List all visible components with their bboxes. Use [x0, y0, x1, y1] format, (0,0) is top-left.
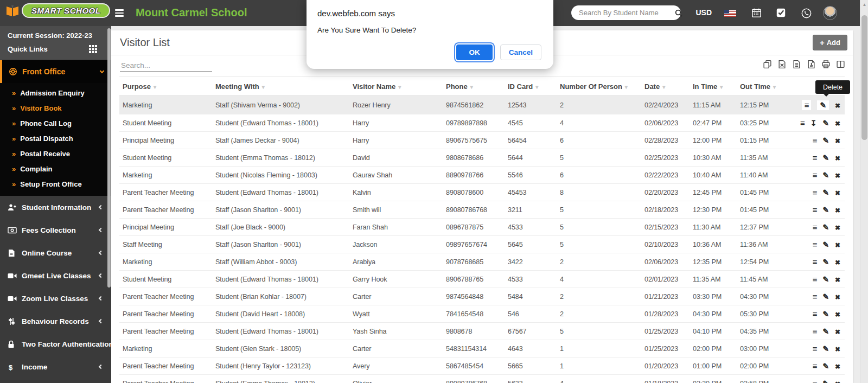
- edit-icon[interactable]: ✎: [822, 362, 829, 371]
- table-row[interactable]: Parent Teacher Meeting Staff (Jason Shar…: [119, 201, 845, 219]
- submenu-item[interactable]: » Phone Call Log: [0, 116, 111, 131]
- delete-icon[interactable]: ✖: [835, 346, 840, 353]
- edit-icon[interactable]: ✎: [822, 188, 829, 197]
- delete-icon[interactable]: ✖: [835, 207, 840, 214]
- delete-icon[interactable]: ✖: [835, 380, 840, 383]
- quick-links[interactable]: Quick Links: [8, 45, 104, 53]
- browser-scrollbar[interactable]: ▲: [860, 0, 868, 383]
- cancel-button[interactable]: Cancel: [500, 44, 541, 60]
- submenu-item[interactable]: » Setup Front Office: [0, 176, 111, 192]
- copy-icon[interactable]: [763, 60, 772, 69]
- delete-icon[interactable]: ✖: [835, 137, 840, 145]
- delete-icon[interactable]: ✖: [835, 224, 840, 232]
- edit-icon[interactable]: ✎: [822, 379, 829, 383]
- submenu-item[interactable]: » Admission Enquiry: [0, 85, 111, 100]
- print-icon[interactable]: [821, 60, 831, 69]
- edit-icon[interactable]: ✎: [822, 258, 829, 266]
- col-number-of-person[interactable]: Number Of Person: [557, 77, 641, 96]
- delete-icon[interactable]: ✖: [835, 155, 840, 162]
- delete-icon[interactable]: ✖: [835, 189, 840, 197]
- table-row[interactable]: Parent Teacher Meeting Student (Henry Ta…: [119, 358, 845, 375]
- delete-icon[interactable]: ✖: [835, 241, 840, 249]
- table-row[interactable]: Marketing Staff (Shivam Verma - 9002) Ro…: [119, 96, 845, 114]
- submenu-item[interactable]: » Postal Receive: [0, 146, 111, 161]
- ok-button[interactable]: OK: [456, 44, 492, 60]
- sidebar-item-front-office[interactable]: Front Office: [0, 60, 111, 83]
- menu-icon[interactable]: ≡: [813, 222, 817, 232]
- edit-icon[interactable]: ✎: [822, 275, 829, 284]
- col-meeting-with[interactable]: Meeting With: [212, 77, 349, 96]
- app-logo[interactable]: SMART SCHOOL: [5, 3, 110, 18]
- table-row[interactable]: Marketing Student (Glen Stark - 18005) C…: [119, 340, 845, 358]
- edit-icon[interactable]: ✎: [822, 136, 829, 145]
- delete-icon[interactable]: ✖: [835, 102, 840, 110]
- currency-selector[interactable]: USD: [695, 8, 712, 17]
- sidebar-menu-item[interactable]: Student Information: [0, 196, 111, 219]
- menu-icon[interactable]: ≡: [813, 240, 817, 249]
- delete-icon[interactable]: ✖: [835, 328, 840, 336]
- table-row[interactable]: Parent Teacher Meeting Student (Emma Tho…: [119, 375, 845, 383]
- edit-icon[interactable]: ✎: [822, 223, 829, 232]
- sidebar-menu-item[interactable]: Behaviour Records: [0, 310, 111, 333]
- calendar-icon[interactable]: [751, 8, 762, 18]
- col-date[interactable]: Date: [641, 77, 690, 96]
- table-row[interactable]: Student Meeting Student (Emma Thomas - 1…: [119, 149, 845, 167]
- scrollbar-thumb[interactable]: [861, 15, 867, 140]
- menu-icon[interactable]: ≡: [813, 153, 817, 162]
- menu-icon[interactable]: ≡: [813, 170, 817, 180]
- table-row[interactable]: Student Meeting Student (Edward Thomas -…: [119, 114, 845, 132]
- table-row[interactable]: Principal Meeting Staff (Joe Black - 900…: [119, 219, 845, 236]
- sidebar-menu-item[interactable]: Gmeet Live Classes: [0, 264, 111, 287]
- sidebar-menu-item[interactable]: $ Income: [0, 355, 111, 378]
- menu-icon[interactable]: ≡: [802, 100, 812, 110]
- edit-icon[interactable]: ✎: [817, 100, 829, 110]
- col-in-time[interactable]: In Time: [690, 77, 737, 96]
- col-out-time[interactable]: Out Time: [737, 77, 787, 96]
- menu-icon[interactable]: ≡: [813, 188, 817, 197]
- download-icon[interactable]: ↧: [810, 119, 817, 127]
- menu-icon[interactable]: ≡: [813, 361, 817, 371]
- menu-icon[interactable]: ≡: [813, 257, 817, 266]
- delete-icon[interactable]: ✖: [835, 293, 840, 301]
- submenu-item[interactable]: » Postal Dispatch: [0, 131, 111, 146]
- add-button[interactable]: + Add: [813, 35, 847, 50]
- menu-icon[interactable]: ≡: [813, 205, 817, 214]
- sidebar-menu-item[interactable]: Fees Collection: [0, 219, 111, 241]
- pdf-icon[interactable]: [807, 60, 816, 69]
- delete-icon[interactable]: ✖: [835, 172, 840, 180]
- delete-icon[interactable]: ✖: [835, 363, 840, 371]
- menu-icon[interactable]: ≡: [813, 379, 817, 383]
- col-visitor-name[interactable]: Visitor Name: [349, 77, 443, 96]
- delete-icon[interactable]: ✖: [835, 311, 840, 318]
- menu-icon[interactable]: ≡: [813, 327, 817, 336]
- menu-icon[interactable]: ≡: [813, 309, 817, 318]
- whatsapp-icon[interactable]: [801, 8, 812, 19]
- edit-icon[interactable]: ✎: [822, 240, 829, 249]
- menu-icon[interactable]: ≡: [813, 136, 817, 145]
- edit-icon[interactable]: ✎: [822, 327, 829, 336]
- table-search-input[interactable]: [120, 60, 212, 72]
- search-icon[interactable]: [674, 9, 683, 17]
- csv-icon[interactable]: [792, 60, 801, 69]
- submenu-item[interactable]: » Complain: [0, 161, 111, 176]
- edit-icon[interactable]: ✎: [822, 310, 829, 318]
- sidebar-menu-item[interactable]: Online Course: [0, 241, 111, 264]
- delete-icon[interactable]: ✖: [835, 120, 840, 127]
- menu-icon[interactable]: ≡: [813, 292, 817, 301]
- excel-icon[interactable]: [777, 60, 787, 69]
- delete-icon[interactable]: ✖: [835, 259, 840, 266]
- edit-icon[interactable]: ✎: [822, 119, 829, 127]
- table-row[interactable]: Parent Teacher Meeting Student (Brian Ko…: [119, 288, 845, 305]
- sidebar-menu-item[interactable]: Zoom Live Classes: [0, 287, 111, 310]
- table-row[interactable]: Student Meeting Student (Edward Thomas -…: [119, 271, 845, 288]
- edit-icon[interactable]: ✎: [822, 206, 829, 214]
- table-row[interactable]: Marketing Staff (William Abbot - 9003) A…: [119, 253, 845, 271]
- us-flag-icon[interactable]: [724, 10, 736, 17]
- submenu-item[interactable]: » Visitor Book: [0, 100, 111, 116]
- task-check-icon[interactable]: [776, 8, 786, 18]
- edit-icon[interactable]: ✎: [822, 154, 829, 162]
- sidebar-menu-item[interactable]: Two Factor Authentication: [0, 333, 111, 355]
- table-row[interactable]: Principal Meeting Staff (James Deckar - …: [119, 132, 845, 149]
- student-search-input[interactable]: [579, 9, 674, 17]
- table-row[interactable]: Parent Teacher Meeting Student (Edward T…: [119, 184, 845, 201]
